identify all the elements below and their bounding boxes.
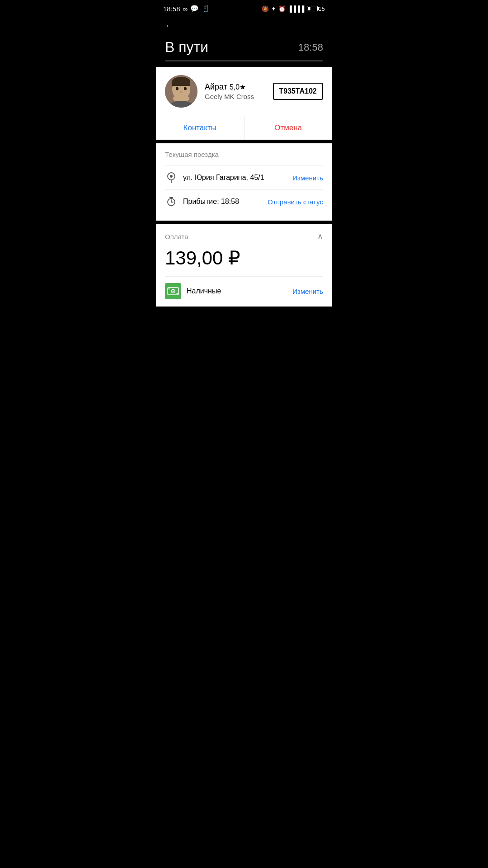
- trip-arrival-row: Прибытие: 18:58 Отправить статус: [165, 189, 323, 213]
- bluetooth-icon: ✦: [271, 5, 276, 12]
- driver-info: Айрат 5,0★ Geely MK Cross: [205, 82, 266, 100]
- svg-point-4: [176, 87, 178, 90]
- alarm-icon: ⏰: [278, 5, 286, 12]
- whatsapp-icon: 📱: [202, 5, 210, 13]
- page-title: В пути: [165, 39, 208, 56]
- trip-card: Текущая поездка ул. Юрия Гагарина, 45/1 …: [156, 143, 332, 221]
- header-divider: [165, 60, 323, 61]
- payment-card: Оплата ∧ 139,00 ₽ Наличные Изменить: [156, 224, 332, 307]
- driver-section: Айрат 5,0★ Geely MK Cross Т935ТА102: [156, 67, 332, 116]
- status-time: 18:58: [163, 5, 180, 13]
- battery-level: 15: [319, 5, 325, 12]
- status-right: 🔕 ✦ ⏰ ▐▐▐▐ 15: [262, 5, 325, 12]
- contacts-button[interactable]: Контакты: [156, 116, 244, 140]
- timer-icon: [165, 195, 178, 208]
- back-button[interactable]: ←: [165, 20, 175, 31]
- signal-icon: ▐▐▐▐: [288, 5, 305, 12]
- nav-bar: ←: [156, 15, 332, 35]
- driver-rating: 5,0★: [230, 83, 246, 91]
- payment-method-name: Наличные: [187, 287, 292, 295]
- status-left: 18:58 ∞ 💬 📱: [163, 5, 210, 13]
- svg-point-10: [170, 175, 173, 178]
- battery-icon: 15: [307, 5, 325, 12]
- svg-point-14: [173, 291, 174, 292]
- driver-card: Айрат 5,0★ Geely MK Cross Т935ТА102 Конт…: [156, 67, 332, 140]
- cash-icon: [165, 283, 181, 299]
- driver-name: Айрат 5,0★: [205, 82, 266, 92]
- page-header: В пути 18:58: [156, 35, 332, 60]
- chevron-up-icon[interactable]: ∧: [317, 231, 323, 241]
- message-icon: 💬: [190, 5, 199, 13]
- svg-point-16: [177, 293, 178, 294]
- header-time: 18:58: [298, 42, 323, 53]
- driver-avatar: [165, 75, 197, 108]
- infinity-icon: ∞: [183, 5, 188, 13]
- cancel-button[interactable]: Отмена: [244, 116, 333, 140]
- svg-rect-3: [172, 81, 190, 86]
- svg-point-5: [184, 87, 187, 90]
- payment-header: Оплата ∧: [165, 231, 323, 241]
- trip-section-label: Текущая поездка: [165, 151, 323, 158]
- status-bar: 18:58 ∞ 💬 📱 🔕 ✦ ⏰ ▐▐▐▐ 15: [156, 0, 332, 15]
- payment-method-row: Наличные Изменить: [165, 276, 323, 299]
- change-payment-button[interactable]: Изменить: [292, 288, 323, 295]
- change-destination-button[interactable]: Изменить: [292, 174, 323, 182]
- action-buttons: Контакты Отмена: [156, 116, 332, 140]
- trip-destination-row: ул. Юрия Гагарина, 45/1 Изменить: [165, 165, 323, 189]
- payment-section-label: Оплата: [165, 233, 188, 241]
- payment-amount: 139,00 ₽: [165, 247, 323, 269]
- svg-point-6: [180, 91, 183, 93]
- trip-arrival: Прибытие: 18:58: [183, 198, 267, 206]
- trip-destination: ул. Юрия Гагарина, 45/1: [183, 174, 292, 182]
- license-plate: Т935ТА102: [273, 83, 323, 100]
- driver-car: Geely MK Cross: [205, 93, 266, 100]
- svg-point-15: [169, 288, 170, 290]
- send-status-button[interactable]: Отправить статус: [267, 198, 323, 206]
- do-not-disturb-icon: 🔕: [262, 5, 269, 12]
- pin-icon: [165, 171, 178, 184]
